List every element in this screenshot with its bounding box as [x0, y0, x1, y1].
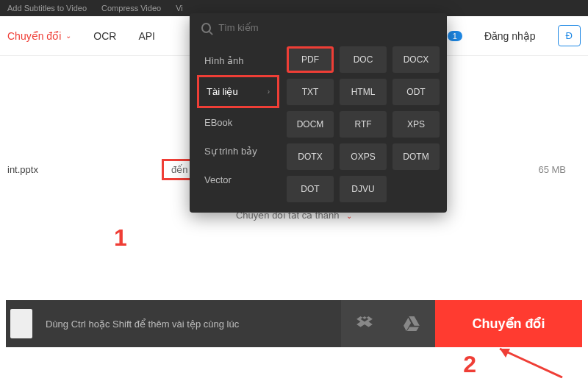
search-input[interactable]: [218, 22, 435, 33]
svg-line-0: [500, 349, 562, 377]
search-icon: [201, 23, 211, 33]
nav-convert-label: Chuyển đổi: [7, 30, 61, 42]
format-oxps[interactable]: OXPS: [340, 143, 387, 170]
google-drive-icon[interactable]: [388, 300, 435, 347]
format-docm[interactable]: DOCM: [287, 111, 334, 138]
format-djvu[interactable]: DJVU: [340, 176, 387, 202]
format-grid: PDF DOC DOCX TXT HTML ODT DOCM RTF XPS D…: [279, 46, 440, 202]
dropbox-icon[interactable]: [341, 300, 388, 347]
bottom-action-bar: Dùng Ctrl hoặc Shift để thêm vài tệp cùn…: [6, 300, 582, 347]
nav-ocr[interactable]: OCR: [93, 30, 116, 42]
chevron-down-icon: ⌄: [65, 32, 71, 40]
nav-api[interactable]: API: [138, 30, 155, 42]
category-presentation[interactable]: Sự trình bảy: [197, 137, 279, 166]
format-doc[interactable]: DOC: [340, 46, 387, 73]
category-list: Hình ảnh Tài liệu› EBook Sự trình bảy Ve…: [197, 46, 279, 202]
top-link-compress[interactable]: Compress Video: [101, 4, 161, 13]
convert-button[interactable]: Chuyển đổi: [435, 300, 582, 347]
file-name: int.pptx: [7, 164, 88, 175]
annotation-arrow-icon: [485, 344, 566, 381]
annotation-step-1: 1: [114, 224, 127, 252]
format-dot[interactable]: DOT: [287, 176, 334, 202]
format-docx[interactable]: DOCX: [392, 46, 440, 73]
top-link-subtitles[interactable]: Add Subtitles to Video: [7, 4, 87, 13]
format-dotm[interactable]: DOTM: [392, 143, 440, 170]
annotation-step-2: 2: [463, 351, 476, 378]
top-link-partial[interactable]: Vi: [176, 4, 183, 13]
login-link[interactable]: Đăng nhập: [484, 30, 536, 42]
category-vector[interactable]: Vector: [197, 166, 279, 194]
file-size: 65 MB: [538, 164, 581, 175]
notification-badge[interactable]: 1: [448, 31, 462, 41]
category-ebook[interactable]: EBook: [197, 108, 279, 137]
format-search: [190, 13, 447, 42]
add-file-button[interactable]: [10, 309, 32, 338]
chevron-right-icon: ›: [268, 88, 270, 96]
category-document[interactable]: Tài liệu›: [197, 75, 279, 108]
category-image[interactable]: Hình ảnh: [197, 46, 279, 75]
nav-convert[interactable]: Chuyển đổi ⌄: [7, 30, 71, 42]
format-txt[interactable]: TXT: [287, 79, 334, 105]
format-picker-panel: Hình ảnh Tài liệu› EBook Sự trình bảy Ve…: [190, 13, 447, 213]
format-xps[interactable]: XPS: [392, 111, 440, 138]
signup-button[interactable]: Đ: [558, 25, 581, 46]
chevron-down-icon: ⌄: [346, 212, 352, 220]
format-odt[interactable]: ODT: [392, 79, 440, 105]
format-dotx[interactable]: DOTX: [287, 143, 334, 170]
multi-select-hint: Dùng Ctrl hoặc Shift để thêm vài tệp cùn…: [46, 319, 341, 330]
format-rtf[interactable]: RTF: [340, 111, 387, 138]
format-pdf[interactable]: PDF: [287, 46, 334, 73]
format-html[interactable]: HTML: [340, 79, 387, 105]
